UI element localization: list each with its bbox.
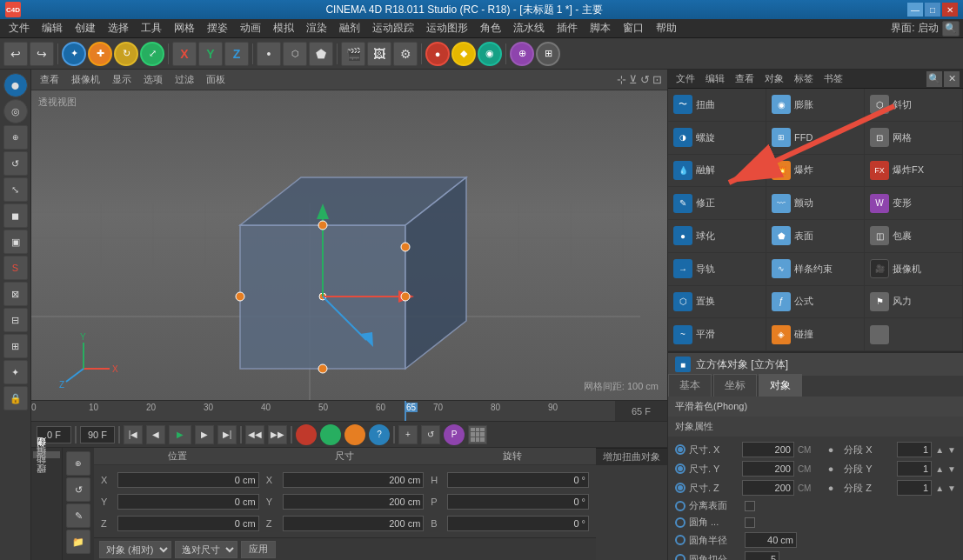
fillet-radius-input[interactable] bbox=[745, 532, 797, 548]
vt-display[interactable]: 显示 bbox=[109, 73, 135, 86]
x-pos-input[interactable] bbox=[117, 472, 259, 488]
radio-size-x[interactable] bbox=[675, 444, 685, 455]
deformer-camera[interactable]: 🎥 摄像机 bbox=[865, 253, 963, 286]
size-y-input[interactable] bbox=[742, 461, 794, 477]
menu-simulate[interactable]: 模拟 bbox=[268, 20, 299, 37]
menu-window[interactable]: 窗口 bbox=[618, 20, 649, 37]
deformer-bulge[interactable]: ◉ 膨胀 bbox=[766, 89, 865, 122]
radio-fillet-seg[interactable] bbox=[675, 554, 685, 560]
menu-create[interactable]: 创建 bbox=[70, 20, 101, 37]
seg-y-up[interactable]: ▲ bbox=[935, 464, 944, 474]
seg-y-down[interactable]: ▼ bbox=[947, 464, 956, 474]
bl-btn2[interactable]: ↺ bbox=[66, 477, 90, 502]
current-frame-input[interactable] bbox=[37, 426, 71, 443]
rp-search-icon[interactable]: 🔍 bbox=[926, 71, 942, 87]
tab-function[interactable]: 功能 bbox=[33, 469, 60, 476]
go-start-button[interactable]: |◀ bbox=[124, 425, 143, 444]
deformer-spline[interactable]: ∿ 样条约束 bbox=[766, 253, 865, 286]
menu-animate[interactable]: 动画 bbox=[235, 20, 266, 37]
redo-button[interactable]: ↪ bbox=[30, 42, 54, 66]
seg-z-up[interactable]: ▲ bbox=[935, 483, 944, 493]
deformer-shear[interactable]: ⬡ 斜切 bbox=[865, 89, 963, 122]
size-z-input[interactable] bbox=[742, 480, 794, 496]
go-end-button[interactable]: ▶| bbox=[217, 425, 237, 444]
menu-character[interactable]: 角色 bbox=[475, 20, 506, 37]
minimize-button[interactable]: — bbox=[907, 3, 923, 17]
vt-camera[interactable]: 摄像机 bbox=[68, 73, 104, 86]
left-btn-main[interactable]: ⬤ bbox=[3, 73, 28, 97]
seg-x-input[interactable] bbox=[897, 442, 932, 457]
rp-menu-tag[interactable]: 标签 bbox=[790, 70, 818, 87]
z-size-input[interactable] bbox=[283, 516, 425, 531]
menu-plugins[interactable]: 插件 bbox=[552, 20, 583, 37]
rp-menu-edit[interactable]: 编辑 bbox=[701, 70, 729, 87]
apply-button[interactable]: 应用 bbox=[241, 541, 276, 558]
rp-close-icon[interactable]: ✕ bbox=[944, 71, 960, 87]
rp-menu-view[interactable]: 查看 bbox=[731, 70, 759, 87]
seg-z-input[interactable] bbox=[897, 480, 932, 496]
menu-tools[interactable]: 工具 bbox=[136, 20, 167, 37]
undo-button[interactable]: ↩ bbox=[3, 42, 28, 66]
prev-frame-button[interactable]: ◀ bbox=[146, 425, 165, 444]
vt-panel[interactable]: 面板 bbox=[203, 73, 229, 86]
radio-size-z[interactable] bbox=[675, 483, 685, 493]
snap-button[interactable]: ⊕ bbox=[510, 42, 534, 66]
bl-btn4[interactable]: 📁 bbox=[66, 530, 90, 554]
left-btn-scale[interactable]: ⤡ bbox=[3, 177, 28, 202]
deformer-helix[interactable]: ◑ 螺旋 bbox=[668, 122, 766, 155]
left-btn-5[interactable]: ▣ bbox=[3, 230, 28, 254]
left-btn-6[interactable]: S bbox=[3, 256, 28, 280]
menu-pipeline[interactable]: 流水线 bbox=[508, 20, 550, 37]
deformer-surface[interactable]: ⬟ 表面 bbox=[766, 220, 865, 253]
tab-texture[interactable]: 纹理 bbox=[33, 477, 60, 484]
menu-mograph[interactable]: 融剂 bbox=[334, 20, 365, 37]
left-btn-select[interactable]: ◎ bbox=[3, 99, 28, 123]
deformer-rail[interactable]: → 导轨 bbox=[668, 253, 766, 286]
b-rot-input[interactable] bbox=[447, 516, 589, 531]
bl-btn1[interactable]: ⊕ bbox=[66, 451, 90, 476]
left-btn-rotate[interactable]: ↺ bbox=[3, 151, 28, 176]
next-frame-button[interactable]: ▶ bbox=[195, 425, 214, 444]
play-button[interactable]: ▶ bbox=[169, 425, 191, 444]
left-btn-8[interactable]: ⊟ bbox=[3, 308, 28, 332]
scale-tool-button[interactable]: ⤢ bbox=[140, 42, 164, 66]
y-size-input[interactable] bbox=[283, 494, 425, 510]
add-keyframe[interactable]: + bbox=[398, 425, 418, 444]
radio-size-y[interactable] bbox=[675, 463, 685, 474]
3d-viewport[interactable]: 透视视图 bbox=[31, 90, 667, 400]
menu-render[interactable]: 渲染 bbox=[301, 20, 332, 37]
mode-z-button[interactable]: Z bbox=[224, 42, 249, 66]
close-button[interactable]: ✕ bbox=[942, 3, 958, 17]
deformer-melt[interactable]: 💧 融解 bbox=[668, 155, 766, 188]
forward-circle[interactable] bbox=[344, 424, 365, 445]
deformer-collision[interactable]: ◈ 碰撞 bbox=[766, 318, 865, 351]
h-rot-input[interactable] bbox=[447, 472, 589, 488]
key-button[interactable]: ◆ bbox=[451, 42, 476, 66]
timeline-ruler[interactable]: 0 10 20 30 40 50 60 65 70 80 90 bbox=[31, 401, 615, 421]
play-circle[interactable] bbox=[320, 424, 341, 445]
menu-mesh[interactable]: 网格 bbox=[169, 20, 200, 37]
timeline-playhead[interactable] bbox=[405, 401, 406, 421]
rotate-tool-button[interactable]: ↻ bbox=[114, 42, 138, 66]
vt-icon-1[interactable]: ⊹ bbox=[617, 73, 626, 86]
render-view-button[interactable]: 🖼 bbox=[367, 42, 391, 66]
left-btn-move[interactable]: ⊕ bbox=[3, 125, 28, 150]
deformer-correct[interactable]: ✎ 修正 bbox=[668, 187, 766, 220]
coord-mode-select[interactable]: 对象 (相对) bbox=[99, 541, 171, 558]
size-x-input[interactable] bbox=[742, 442, 794, 457]
record-button[interactable]: ● bbox=[425, 42, 450, 66]
purple-button[interactable]: P bbox=[444, 424, 465, 445]
y-pos-input[interactable] bbox=[117, 494, 259, 510]
mode-x-button[interactable]: X bbox=[172, 42, 197, 66]
left-btn-7[interactable]: ⊠ bbox=[3, 282, 28, 306]
points-mode[interactable]: • bbox=[257, 42, 281, 66]
menu-motiongraph[interactable]: 运动图形 bbox=[421, 20, 473, 37]
deformer-smooth[interactable]: ~ 平滑 bbox=[668, 318, 766, 351]
next-keyframe[interactable]: ▶▶ bbox=[268, 425, 287, 444]
select-tool-button[interactable]: ✦ bbox=[62, 42, 86, 66]
tab-edit[interactable]: 编辑 bbox=[33, 460, 60, 467]
deformer-jiggle[interactable]: 〰 颤动 bbox=[766, 187, 865, 220]
motion-button[interactable]: ◉ bbox=[478, 42, 502, 66]
vt-icon-2[interactable]: ⊻ bbox=[629, 73, 638, 86]
menu-edit[interactable]: 编辑 bbox=[37, 20, 68, 37]
